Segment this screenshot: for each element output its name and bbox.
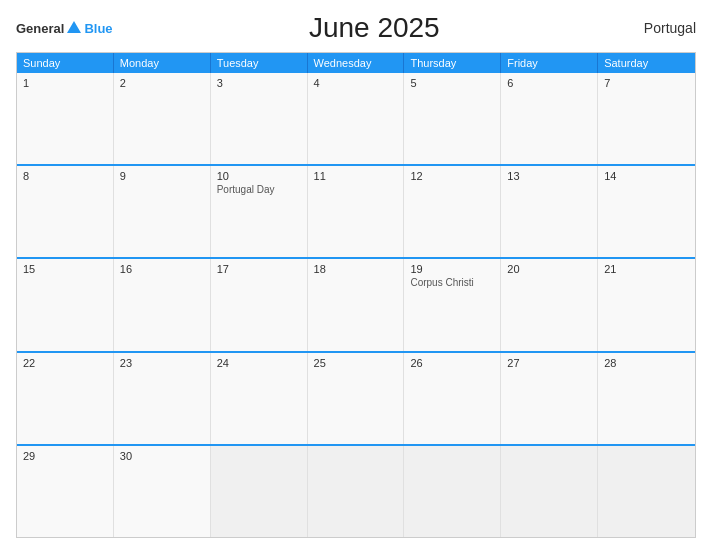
day-number: 14 (604, 170, 689, 182)
day-number: 23 (120, 357, 204, 369)
day-header-tuesday: Tuesday (211, 53, 308, 73)
day-header-saturday: Saturday (598, 53, 695, 73)
logo-triangle-icon (67, 21, 81, 33)
week-row-5: 2930 (17, 444, 695, 537)
day-cell: 25 (308, 353, 405, 444)
day-cell (501, 446, 598, 537)
week-row-4: 22232425262728 (17, 351, 695, 444)
day-number: 3 (217, 77, 301, 89)
day-cell: 2 (114, 73, 211, 164)
day-cell: 10Portugal Day (211, 166, 308, 257)
day-cell: 30 (114, 446, 211, 537)
day-cell (211, 446, 308, 537)
day-number: 18 (314, 263, 398, 275)
day-header-sunday: Sunday (17, 53, 114, 73)
week-row-1: 1234567 (17, 73, 695, 164)
weeks-container: 12345678910Portugal Day11121314151617181… (17, 73, 695, 537)
day-cell: 17 (211, 259, 308, 350)
day-cell: 5 (404, 73, 501, 164)
day-number: 10 (217, 170, 301, 182)
day-cell: 11 (308, 166, 405, 257)
day-header-monday: Monday (114, 53, 211, 73)
calendar-page: General Blue June 2025 Portugal SundayMo… (0, 0, 712, 550)
day-cell (598, 446, 695, 537)
day-number: 15 (23, 263, 107, 275)
day-cell: 24 (211, 353, 308, 444)
logo: General Blue (16, 21, 113, 36)
logo-blue: Blue (84, 21, 112, 36)
day-number: 30 (120, 450, 204, 462)
day-cell: 14 (598, 166, 695, 257)
day-cell: 22 (17, 353, 114, 444)
day-number: 1 (23, 77, 107, 89)
day-cell: 27 (501, 353, 598, 444)
day-number: 24 (217, 357, 301, 369)
day-cell: 18 (308, 259, 405, 350)
day-number: 25 (314, 357, 398, 369)
day-number: 21 (604, 263, 689, 275)
day-header-thursday: Thursday (404, 53, 501, 73)
day-cell: 21 (598, 259, 695, 350)
day-cell: 16 (114, 259, 211, 350)
day-number: 16 (120, 263, 204, 275)
day-number: 17 (217, 263, 301, 275)
day-number: 22 (23, 357, 107, 369)
day-number: 2 (120, 77, 204, 89)
day-cell: 13 (501, 166, 598, 257)
day-cell: 3 (211, 73, 308, 164)
day-cell: 20 (501, 259, 598, 350)
day-cell (404, 446, 501, 537)
day-number: 8 (23, 170, 107, 182)
calendar-grid: SundayMondayTuesdayWednesdayThursdayFrid… (16, 52, 696, 538)
day-number: 28 (604, 357, 689, 369)
day-cell: 29 (17, 446, 114, 537)
day-cell: 15 (17, 259, 114, 350)
day-number: 4 (314, 77, 398, 89)
day-cell: 9 (114, 166, 211, 257)
header: General Blue June 2025 Portugal (16, 12, 696, 44)
day-number: 9 (120, 170, 204, 182)
day-number: 12 (410, 170, 494, 182)
day-cell: 6 (501, 73, 598, 164)
calendar-title: June 2025 (113, 12, 636, 44)
day-header-wednesday: Wednesday (308, 53, 405, 73)
day-number: 5 (410, 77, 494, 89)
day-cell: 23 (114, 353, 211, 444)
day-cell: 7 (598, 73, 695, 164)
country-label: Portugal (636, 20, 696, 36)
day-cell: 12 (404, 166, 501, 257)
day-event: Corpus Christi (410, 277, 494, 288)
day-number: 19 (410, 263, 494, 275)
day-cell (308, 446, 405, 537)
day-number: 11 (314, 170, 398, 182)
day-headers: SundayMondayTuesdayWednesdayThursdayFrid… (17, 53, 695, 73)
day-cell: 4 (308, 73, 405, 164)
day-number: 7 (604, 77, 689, 89)
day-cell: 8 (17, 166, 114, 257)
week-row-3: 1516171819Corpus Christi2021 (17, 257, 695, 350)
day-event: Portugal Day (217, 184, 301, 195)
week-row-2: 8910Portugal Day11121314 (17, 164, 695, 257)
day-cell: 26 (404, 353, 501, 444)
day-number: 26 (410, 357, 494, 369)
day-number: 27 (507, 357, 591, 369)
day-number: 13 (507, 170, 591, 182)
day-cell: 19Corpus Christi (404, 259, 501, 350)
day-cell: 28 (598, 353, 695, 444)
day-number: 6 (507, 77, 591, 89)
day-cell: 1 (17, 73, 114, 164)
logo-general: General (16, 21, 64, 36)
day-number: 29 (23, 450, 107, 462)
day-header-friday: Friday (501, 53, 598, 73)
day-number: 20 (507, 263, 591, 275)
